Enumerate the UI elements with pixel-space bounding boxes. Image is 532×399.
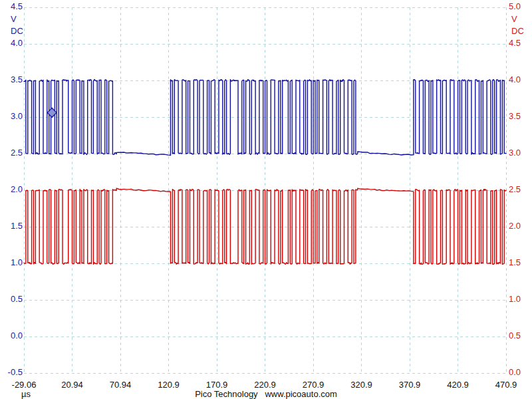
y-axis-unit-left: DC [11, 27, 23, 36]
y-axis-tick-left: 0.0 [0, 331, 23, 340]
x-axis-tick: 370.9 [386, 380, 434, 390]
x-axis-tick: 320.9 [338, 380, 386, 390]
y-axis-tick-right: 0.0 [509, 368, 531, 377]
y-axis-tick-right: 4.0 [509, 75, 531, 84]
x-axis-tick: 20.94 [49, 380, 96, 390]
y-axis-tick-right: 5.0 [509, 2, 531, 11]
y-axis-tick-left: 3.5 [0, 75, 23, 84]
y-axis-tick-right: 3.0 [509, 148, 531, 158]
axis-labels-layer: 4.54.03.53.02.52.01.51.00.50.0-0.5VDC5.0… [0, 0, 532, 399]
y-axis-tick-left: -0.5 [0, 368, 23, 377]
oscilloscope-view: 4.54.03.53.02.52.01.51.00.50.0-0.5VDC5.0… [0, 0, 532, 399]
y-axis-tick-right: 4.5 [509, 39, 531, 48]
y-axis-tick-right: 3.5 [509, 112, 531, 121]
x-axis-tick: 270.9 [289, 380, 337, 390]
y-axis-tick-left: 2.0 [0, 185, 23, 194]
y-axis-tick-right: 1.0 [509, 295, 531, 304]
x-axis-tick: 170.9 [193, 380, 241, 390]
y-axis-unit-right: V [511, 15, 517, 24]
y-axis-tick-right: 2.5 [509, 185, 531, 194]
y-axis-tick-left: 4.0 [0, 39, 23, 48]
y-axis-unit-left: V [11, 15, 17, 24]
y-axis-tick-right: 1.5 [509, 258, 531, 267]
x-axis-tick: 70.94 [96, 380, 144, 390]
y-axis-tick-left: 1.5 [0, 221, 23, 231]
footer-branding: Pico Technology www.picoauto.com [0, 390, 532, 399]
y-axis-tick-right: 2.0 [509, 221, 531, 231]
y-axis-tick-left: 2.5 [0, 148, 23, 158]
x-axis-tick: 420.9 [434, 380, 482, 390]
y-axis-tick-left: 4.5 [0, 2, 23, 11]
y-axis-tick-right: 0.5 [509, 331, 531, 340]
x-axis-tick: 470.9 [482, 380, 530, 390]
y-axis-tick-left: 0.5 [0, 295, 23, 304]
y-axis-tick-left: 1.0 [0, 258, 23, 267]
x-axis-tick: 120.9 [145, 380, 193, 390]
y-axis-tick-left: 3.0 [0, 112, 23, 121]
x-axis-tick: -29.06 [0, 380, 48, 390]
x-axis-tick: 220.9 [241, 380, 289, 390]
y-axis-unit-right: DC [511, 27, 524, 36]
